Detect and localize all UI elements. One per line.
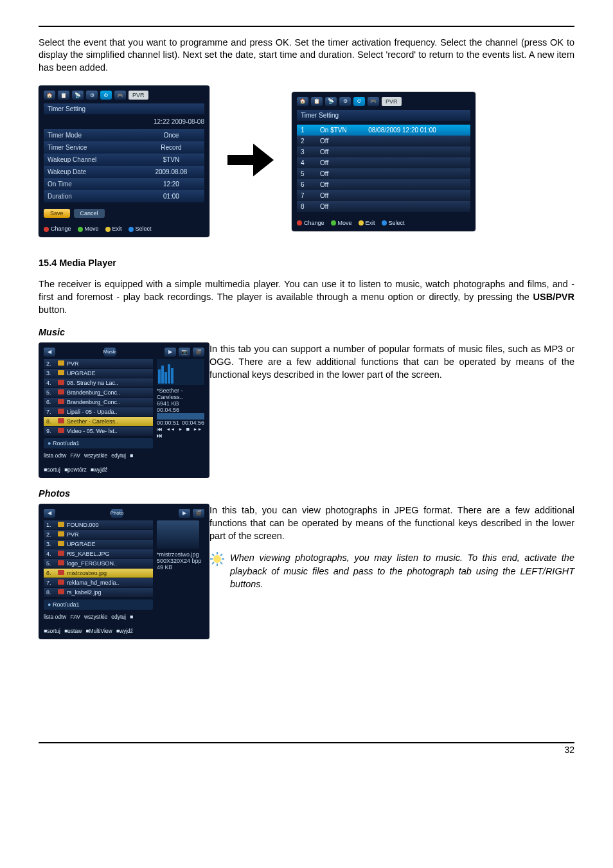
arrow-right-icon bbox=[225, 134, 276, 188]
photos-footer-hints: lista odtw FAV wszystkie edytuj ■ ■sortu… bbox=[44, 614, 204, 634]
pvr-tab: PVR bbox=[382, 97, 402, 106]
screenshot1-datetime: 12:22 2009-08-08 bbox=[44, 118, 204, 125]
table-row: 1 On $TVN 08/08/2009 12:20 01:00 bbox=[297, 125, 470, 136]
left-arrow-tabs: ◀ bbox=[44, 348, 55, 357]
timer-slots-table: 1 On $TVN 08/08/2009 12:20 01:00 2Off 3O… bbox=[297, 125, 470, 212]
svg-line-7 bbox=[212, 562, 214, 564]
music-root-path: ● Root/uda1 bbox=[44, 438, 153, 448]
page-number: 32 bbox=[39, 742, 574, 755]
table-row: 5Off bbox=[297, 168, 470, 179]
svg-line-6 bbox=[220, 562, 222, 564]
table-row: 8Off bbox=[297, 201, 470, 212]
music-subheading: Music bbox=[39, 327, 574, 337]
table-row: 7Off bbox=[297, 190, 470, 201]
screenshot1-title: Timer Setting bbox=[44, 103, 204, 114]
timer-setting-list-screenshot: 🏠📋📡 ⚙⏱🎮 PVR Timer Setting 1 On $TVN 08/0… bbox=[292, 92, 475, 231]
photos-player-screenshot: ◀ Photo ▶🎬 1.FOUND.000 2.PVR 3.UPGRADE 4… bbox=[39, 504, 209, 639]
cancel-button[interactable]: Cancel bbox=[74, 209, 105, 218]
table-row: 6Off bbox=[297, 179, 470, 190]
photo-tab-label: Photo bbox=[111, 509, 123, 518]
music-description: In this tab you can support a number of … bbox=[209, 342, 574, 382]
photos-file-list: 1.FOUND.000 2.PVR 3.UPGRADE 4.RS_KABEL.J… bbox=[44, 520, 153, 610]
timer-setting-form-screenshot: 🏠📋📡 ⚙⏱🎮 PVR Timer Setting 12:22 2009-08-… bbox=[39, 85, 209, 237]
timer-fields-table: Timer ModeOnce Timer ServiceRecord Wakeu… bbox=[44, 129, 204, 202]
photos-tip-note: When viewing photographs, you may listen… bbox=[230, 551, 574, 590]
top-icon-tabs: 🏠📋📡 ⚙⏱🎮 PVR bbox=[44, 91, 148, 100]
tip-icon bbox=[209, 551, 225, 569]
music-file-list: 2.PVR 3.UPGRADE 4.08. Strachy na Lac.. 5… bbox=[44, 359, 153, 448]
playback-controls-icon: ⏮ ◀◀ ▶ ■ ▶▶ ⏭ bbox=[157, 426, 204, 439]
svg-point-0 bbox=[213, 555, 221, 563]
pvr-tab: PVR bbox=[129, 91, 148, 100]
music-player-screenshot: ◀ Music ▶📷🎬 2.PVR 3.UPGRADE 4.08. Strach… bbox=[39, 342, 209, 478]
save-button[interactable]: Save bbox=[44, 209, 70, 218]
photos-root-path: ● Root/uda1 bbox=[44, 599, 153, 610]
screenshot-comparison-row: 🏠📋📡 ⚙⏱🎮 PVR Timer Setting 12:22 2009-08-… bbox=[39, 85, 574, 237]
intro-paragraph: Select the event that you want to progra… bbox=[39, 37, 574, 75]
section-heading: 15.4 Media Player bbox=[39, 258, 574, 268]
screenshot2-footer-hints: Change Move Exit Select bbox=[297, 216, 470, 226]
top-divider bbox=[39, 26, 574, 27]
music-tab-label: Music bbox=[104, 348, 116, 357]
screenshot1-footer-hints: Change Move Exit Select bbox=[44, 222, 204, 232]
photos-description: In this tab, you can view photographs in… bbox=[209, 504, 574, 543]
screenshot2-title: Timer Setting bbox=[297, 110, 470, 121]
photo-thumbnail bbox=[157, 520, 199, 549]
svg-line-5 bbox=[212, 554, 214, 556]
section-paragraph: The receiver is equipped with a simple m… bbox=[39, 278, 574, 317]
table-row: 2Off bbox=[297, 136, 470, 146]
table-row: 3Off bbox=[297, 146, 470, 157]
svg-line-8 bbox=[220, 554, 222, 556]
table-row: 4Off bbox=[297, 157, 470, 168]
top-icon-tabs: 🏠📋📡 ⚙⏱🎮 PVR bbox=[297, 97, 402, 106]
usb-pvr-label: USB/PVR bbox=[533, 292, 574, 302]
photos-subheading: Photos bbox=[39, 488, 574, 499]
music-footer-hints: lista odtw FAV wszystkie edytuj ■ ■sortu… bbox=[44, 452, 204, 473]
